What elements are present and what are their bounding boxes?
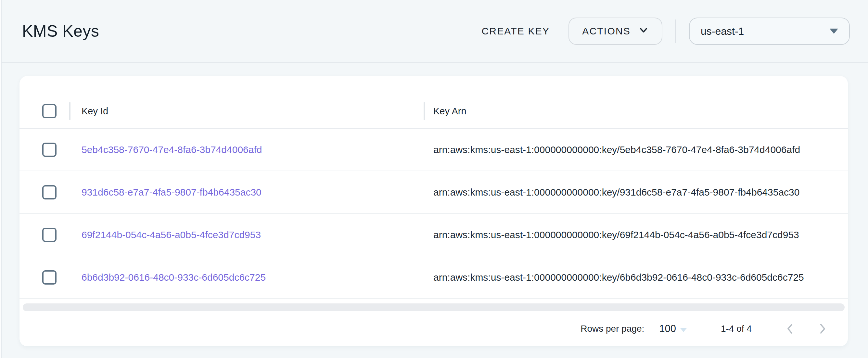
table-row: 69f2144b-054c-4a56-a0b5-4fce3d7cd953 arn…: [20, 214, 848, 256]
create-key-button[interactable]: CREATE KEY: [472, 19, 559, 43]
row-checkbox-cell: [20, 143, 69, 157]
key-id-link[interactable]: 5eb4c358-7670-47e4-8fa6-3b74d4006afd: [82, 144, 262, 155]
chevron-left-icon: [783, 322, 797, 336]
caret-down-icon: [680, 328, 687, 332]
key-id-cell: 69f2144b-054c-4a56-a0b5-4fce3d7cd953: [70, 229, 424, 240]
row-checkbox[interactable]: [42, 228, 57, 242]
rows-per-page-select[interactable]: 100: [659, 323, 687, 335]
page-header: KMS Keys CREATE KEY ACTIONS us-east-1: [0, 0, 868, 63]
key-arn-cell: arn:aws:kms:us-east-1:000000000000:key/6…: [425, 229, 848, 240]
previous-page-button[interactable]: [778, 317, 802, 341]
horizontal-scrollbar[interactable]: [23, 303, 845, 311]
pagination-range-label: 1-4 of 4: [721, 324, 752, 334]
chevron-right-icon: [815, 322, 830, 336]
rows-per-page-label: Rows per page:: [581, 324, 644, 334]
actions-button-label: ACTIONS: [582, 26, 630, 37]
key-id-cell: 5eb4c358-7670-47e4-8fa6-3b74d4006afd: [70, 144, 424, 155]
table-row: 6b6d3b92-0616-48c0-933c-6d605dc6c725 arn…: [20, 256, 848, 299]
key-id-cell: 931d6c58-e7a7-4fa5-9807-fb4b6435ac30: [70, 187, 424, 198]
row-checkbox[interactable]: [42, 270, 57, 285]
header-actions: CREATE KEY ACTIONS us-east-1: [472, 18, 850, 45]
chevron-down-icon: [638, 25, 649, 38]
row-checkbox[interactable]: [42, 185, 57, 200]
region-select-value: us-east-1: [701, 25, 744, 37]
actions-menu-button[interactable]: ACTIONS: [568, 18, 662, 45]
column-header-key-arn[interactable]: Key Arn: [425, 106, 848, 117]
region-select[interactable]: us-east-1: [689, 18, 850, 45]
select-all-cell: [20, 104, 69, 118]
key-id-link[interactable]: 69f2144b-054c-4a56-a0b5-4fce3d7cd953: [82, 229, 261, 240]
kms-keys-card: Key Id Key Arn 5eb4c358-7670-47e4-8fa6-3…: [20, 76, 848, 346]
select-all-checkbox[interactable]: [42, 104, 57, 118]
table-row: 931d6c58-e7a7-4fa5-9807-fb4b6435ac30 arn…: [20, 171, 848, 214]
key-arn-cell: arn:aws:kms:us-east-1:000000000000:key/5…: [425, 144, 848, 155]
key-arn-cell: arn:aws:kms:us-east-1:000000000000:key/6…: [425, 272, 848, 283]
key-id-link[interactable]: 6b6d3b92-0616-48c0-933c-6d605dc6c725: [82, 272, 266, 282]
next-page-button[interactable]: [810, 317, 835, 341]
row-checkbox-cell: [20, 185, 69, 200]
pagination-bar: Rows per page: 100 1-4 of 4: [20, 311, 848, 346]
key-id-cell: 6b6d3b92-0616-48c0-933c-6d605dc6c725: [70, 272, 424, 283]
key-arn-cell: arn:aws:kms:us-east-1:000000000000:key/9…: [425, 187, 848, 198]
header-divider: [675, 20, 676, 43]
app-left-divider: [0, 0, 2, 358]
main-content: Key Id Key Arn 5eb4c358-7670-47e4-8fa6-3…: [0, 63, 868, 346]
row-checkbox[interactable]: [42, 143, 57, 157]
caret-down-icon: [830, 29, 838, 34]
column-header-key-id[interactable]: Key Id: [70, 106, 424, 117]
row-checkbox-cell: [20, 270, 69, 285]
table-row: 5eb4c358-7670-47e4-8fa6-3b74d4006afd arn…: [20, 129, 848, 171]
rows-per-page-value: 100: [659, 323, 676, 335]
row-checkbox-cell: [20, 228, 69, 242]
key-id-link[interactable]: 931d6c58-e7a7-4fa5-9807-fb4b6435ac30: [82, 187, 261, 198]
page-title: KMS Keys: [22, 22, 99, 40]
table-header-row: Key Id Key Arn: [20, 94, 848, 129]
